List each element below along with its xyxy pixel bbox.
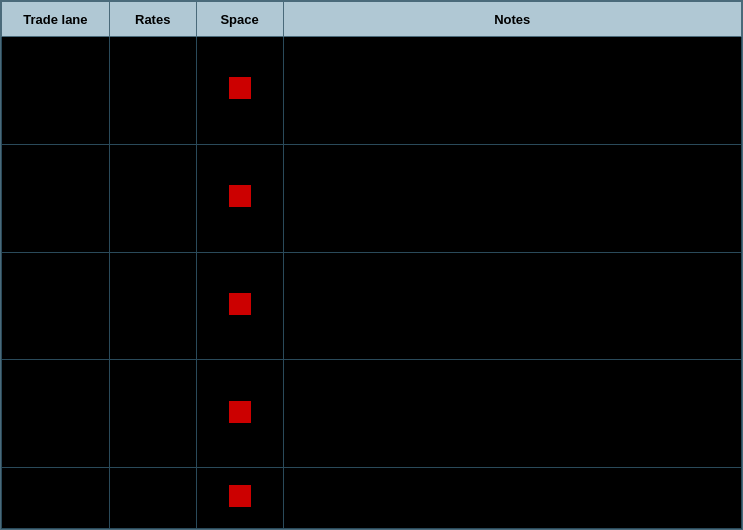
data-table: Trade lane Rates Space Notes (1, 1, 742, 529)
table-row (2, 37, 742, 145)
cell-notes (283, 468, 741, 529)
cell-notes (283, 144, 741, 252)
table-header-row: Trade lane Rates Space Notes (2, 2, 742, 37)
cell-space[interactable] (196, 252, 283, 360)
cell-rates (109, 360, 196, 468)
cell-trade-lane (2, 37, 110, 145)
cell-space[interactable] (196, 144, 283, 252)
cell-rates (109, 144, 196, 252)
cell-trade-lane (2, 360, 110, 468)
cell-trade-lane (2, 252, 110, 360)
red-square-icon[interactable] (229, 485, 251, 507)
table-row (2, 360, 742, 468)
cell-trade-lane (2, 144, 110, 252)
cell-space[interactable] (196, 360, 283, 468)
table-row (2, 468, 742, 529)
cell-trade-lane (2, 468, 110, 529)
red-square-icon[interactable] (229, 401, 251, 423)
header-space: Space (196, 2, 283, 37)
red-square-icon[interactable] (229, 185, 251, 207)
cell-space[interactable] (196, 468, 283, 529)
header-notes: Notes (283, 2, 741, 37)
cell-notes (283, 252, 741, 360)
table-row (2, 144, 742, 252)
table-row (2, 252, 742, 360)
cell-space[interactable] (196, 37, 283, 145)
cell-rates (109, 252, 196, 360)
red-square-icon[interactable] (229, 77, 251, 99)
header-rates: Rates (109, 2, 196, 37)
cell-rates (109, 468, 196, 529)
cell-notes (283, 360, 741, 468)
main-table-container: Trade lane Rates Space Notes (0, 0, 743, 530)
red-square-icon[interactable] (229, 293, 251, 315)
cell-notes (283, 37, 741, 145)
cell-rates (109, 37, 196, 145)
header-trade-lane: Trade lane (2, 2, 110, 37)
